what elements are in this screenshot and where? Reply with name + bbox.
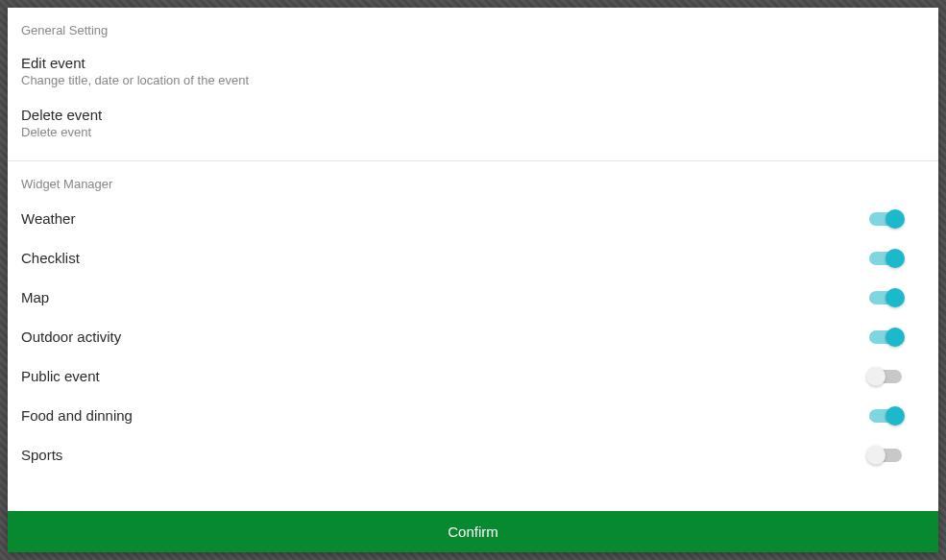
confirm-button[interactable]: Confirm: [8, 511, 938, 552]
widget-section-header: Widget Manager: [8, 161, 938, 199]
widget-label: Weather: [21, 210, 75, 227]
toggle-knob: [885, 328, 905, 347]
sports-toggle[interactable]: [869, 449, 902, 462]
edit-event-item[interactable]: Edit event Change title, date or locatio…: [8, 45, 938, 97]
dialog-content: General Setting Edit event Change title,…: [8, 8, 938, 511]
edit-event-title: Edit event: [21, 55, 925, 71]
widget-row-sports: Sports: [8, 435, 938, 475]
edit-event-subtitle: Change title, date or location of the ev…: [21, 73, 925, 87]
food-dining-toggle[interactable]: [869, 409, 902, 423]
widget-label: Checklist: [21, 250, 80, 266]
toggle-knob: [866, 367, 885, 386]
toggle-knob: [885, 288, 905, 307]
widget-label: Map: [21, 289, 49, 305]
widget-row-checklist: Checklist: [8, 238, 938, 278]
outdoor-activity-toggle[interactable]: [869, 330, 902, 344]
weather-toggle[interactable]: [869, 212, 902, 226]
widget-label: Food and dinning: [21, 407, 133, 424]
map-toggle[interactable]: [869, 291, 902, 304]
delete-event-title: Delete event: [21, 107, 925, 123]
widget-row-food: Food and dinning: [8, 396, 938, 435]
widget-row-public-event: Public event: [8, 356, 938, 396]
widget-row-weather: Weather: [8, 199, 938, 238]
delete-event-item[interactable]: Delete event Delete event: [8, 97, 938, 149]
widget-label: Outdoor activity: [21, 329, 121, 345]
widget-row-outdoor: Outdoor activity: [8, 317, 938, 356]
toggle-knob: [885, 249, 905, 268]
toggle-knob: [885, 406, 905, 426]
checklist-toggle[interactable]: [869, 252, 902, 265]
widget-label: Sports: [21, 447, 62, 463]
delete-event-subtitle: Delete event: [21, 125, 925, 139]
public-event-toggle[interactable]: [869, 370, 902, 383]
toggle-knob: [866, 446, 885, 465]
toggle-knob: [885, 209, 905, 229]
widget-row-map: Map: [8, 278, 938, 317]
widget-label: Public event: [21, 368, 100, 384]
general-section-header: General Setting: [8, 8, 938, 45]
settings-dialog: General Setting Edit event Change title,…: [8, 8, 938, 552]
